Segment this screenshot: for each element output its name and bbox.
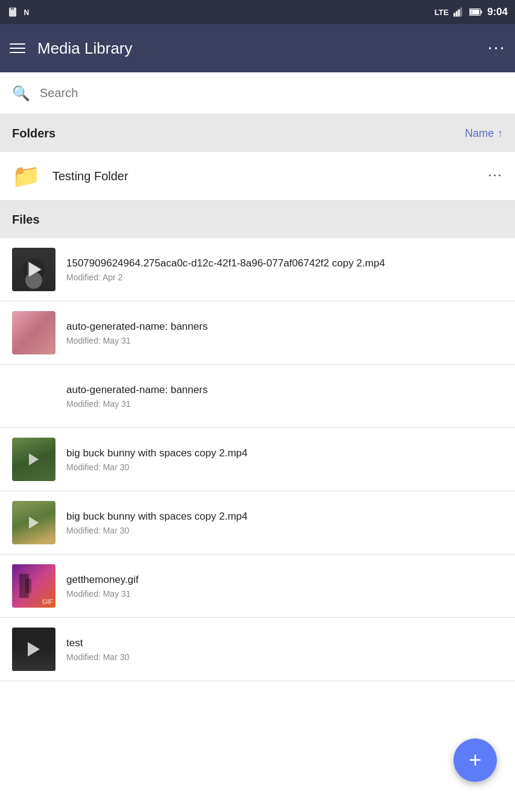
file-name: auto-generated-name: banners [66,383,503,397]
file-thumbnail [12,248,55,291]
list-item[interactable]: 1507909624964.275aca0c-d12c-42f1-8a96-07… [0,238,515,301]
folder-icon: 📁 [12,163,40,189]
add-icon: + [469,749,481,771]
video-thumb [12,248,55,291]
svg-text:!: ! [471,10,472,14]
hamburger-line-1 [10,43,25,45]
svg-text:N: N [24,8,30,17]
time-display: 9:04 [487,6,508,18]
status-bar: N LTE ! 9:04 [0,0,515,24]
list-item[interactable]: big buck bunny with spaces copy 2.mp4 Mo… [0,491,515,555]
file-name: getthemoney.gif [66,573,503,587]
battery-icon: ! [469,8,482,16]
more-options-button[interactable]: ⋮ [487,39,507,57]
file-modified-date: Modified: Mar 30 [66,462,503,472]
bunny-thumb [12,438,55,481]
n-icon: N [23,7,34,17]
search-input[interactable] [40,86,503,100]
file-thumbnail [12,628,55,671]
files-section-title: Files [12,213,40,227]
test-thumb [12,628,55,671]
svg-rect-5 [456,11,458,17]
file-name: big buck bunny with spaces copy 2.mp4 [66,447,503,460]
file-name: test [66,637,503,650]
file-modified-date: Modified: May 31 [66,336,503,345]
app-title: Media Library [37,39,133,58]
file-thumbnail: GIF [12,564,55,608]
file-info: auto-generated-name: banners Modified: M… [66,320,503,345]
file-modified-date: Modified: Mar 30 [66,652,503,662]
hamburger-menu-button[interactable] [10,43,25,53]
app-bar: Media Library ⋮ [0,24,515,72]
sd-card-icon [7,7,18,17]
svg-rect-4 [453,13,455,17]
files-section-header: Files [0,201,515,238]
file-thumbnail [12,311,55,354]
sort-arrow-icon: ↑ [498,127,503,140]
file-thumbnail [12,438,55,481]
svg-rect-9 [481,11,482,14]
list-item[interactable]: GIF getthemoney.gif Modified: May 31 [0,555,515,618]
status-bar-left: N [7,7,34,17]
list-item[interactable]: auto-generated-name: banners Modified: M… [0,301,515,365]
banners-thumb [12,311,55,354]
svg-rect-6 [458,10,460,17]
gif-thumb: GIF [12,564,55,608]
hamburger-line-2 [10,48,25,49]
file-modified-date: Modified: Mar 30 [66,526,503,535]
file-thumbnail-empty [12,374,55,418]
folder-name: Testing Folder [52,169,487,183]
svg-rect-2 [13,8,14,10]
file-info: 1507909624964.275aca0c-d12c-42f1-8a96-07… [66,257,503,282]
file-info: big buck bunny with spaces copy 2.mp4 Mo… [66,510,503,535]
search-bar: 🔍 [0,72,515,115]
file-name: 1507909624964.275aca0c-d12c-42f1-8a96-07… [66,257,503,270]
hamburger-line-3 [10,52,25,53]
folders-section-header: Folders Name ↑ [0,115,515,152]
file-modified-date: Modified: May 31 [66,589,503,599]
file-thumbnail [12,501,55,544]
svg-rect-7 [460,8,462,17]
folder-item[interactable]: 📁 Testing Folder ⋮ [0,152,515,201]
file-info: test Modified: Mar 30 [66,637,503,662]
svg-rect-1 [11,8,12,10]
lte-icon: LTE [434,8,449,17]
file-modified-date: Modified: Apr 2 [66,272,503,282]
folders-section-title: Folders [12,127,55,140]
list-item[interactable]: test Modified: Mar 30 [0,618,515,681]
list-item[interactable]: auto-generated-name: banners Modified: M… [0,365,515,428]
add-media-button[interactable]: + [453,738,497,782]
file-info: auto-generated-name: banners Modified: M… [66,383,503,409]
file-info: getthemoney.gif Modified: May 31 [66,573,503,599]
app-bar-left: Media Library [10,39,133,58]
file-name: auto-generated-name: banners [66,320,503,333]
sort-button[interactable]: Name ↑ [465,127,503,140]
sort-name-label: Name [465,127,494,140]
signal-icon [453,7,464,17]
bunny2-thumb [12,501,55,544]
file-info: big buck bunny with spaces copy 2.mp4 Mo… [66,447,503,472]
folder-more-button[interactable]: ⋮ [487,168,504,184]
file-modified-date: Modified: May 31 [66,399,503,409]
status-bar-right: LTE ! 9:04 [434,6,508,18]
file-name: big buck bunny with spaces copy 2.mp4 [66,510,503,523]
search-icon: 🔍 [12,85,30,102]
list-item[interactable]: big buck bunny with spaces copy 2.mp4 Mo… [0,428,515,491]
